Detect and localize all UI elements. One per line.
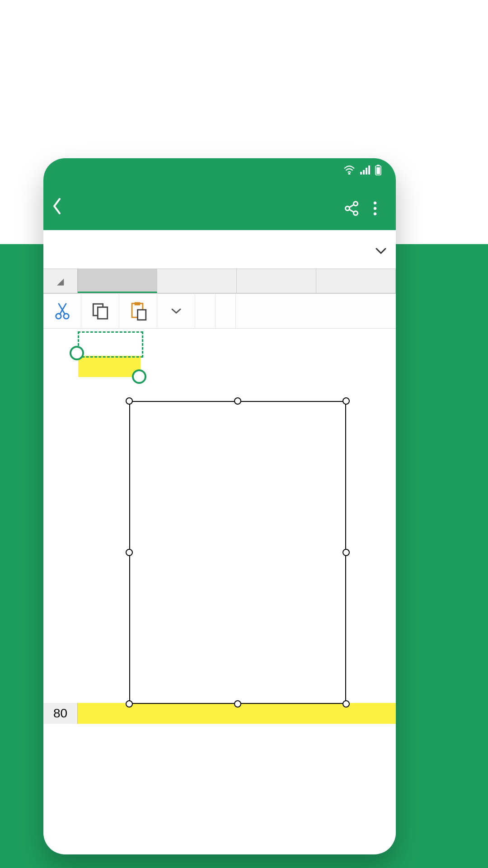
status-icons: [343, 165, 381, 175]
svg-point-14: [374, 207, 376, 209]
back-button[interactable]: [52, 197, 62, 219]
chart-handle[interactable]: [343, 549, 350, 556]
signal-icon: [360, 165, 371, 175]
svg-rect-3: [366, 168, 367, 175]
chart-handle[interactable]: [234, 700, 241, 708]
formula-expand[interactable]: [375, 241, 387, 258]
svg-point-10: [354, 211, 358, 215]
svg-rect-2: [363, 170, 365, 175]
more-actions-button[interactable]: [157, 294, 195, 328]
column-header-a[interactable]: [78, 269, 157, 293]
svg-rect-7: [376, 167, 380, 174]
svg-line-18: [60, 303, 66, 314]
svg-point-13: [374, 201, 376, 204]
battery-icon: [375, 165, 381, 175]
svg-rect-24: [137, 310, 145, 320]
svg-rect-4: [368, 165, 370, 175]
column-header-d[interactable]: [316, 269, 396, 293]
column-header-b[interactable]: [157, 269, 237, 293]
select-all-corner[interactable]: ◢: [43, 269, 78, 293]
svg-line-12: [349, 209, 354, 212]
svg-point-0: [349, 173, 350, 175]
row-header[interactable]: 80: [43, 703, 78, 724]
fill-button[interactable]: [236, 294, 256, 328]
paste-button[interactable]: [119, 294, 157, 328]
column-headers: ◢: [43, 269, 396, 293]
svg-rect-23: [134, 302, 140, 305]
phone-frame: ◢: [43, 158, 396, 854]
chart-legend: [130, 539, 345, 550]
chart-handle[interactable]: [343, 397, 350, 405]
formula-bar[interactable]: [43, 230, 396, 269]
chart-handle[interactable]: [126, 397, 133, 405]
wifi-icon: [343, 165, 355, 175]
hero: [0, 0, 488, 33]
chart-handle[interactable]: [234, 397, 241, 405]
svg-line-19: [58, 303, 65, 314]
chart-handle[interactable]: [343, 700, 350, 708]
chart-handle[interactable]: [126, 549, 133, 556]
clear-button[interactable]: [216, 294, 236, 328]
column-header-c[interactable]: [237, 269, 316, 293]
context-toolbar: [43, 293, 396, 329]
copy-button[interactable]: [81, 294, 119, 328]
primary-selection: [78, 331, 143, 358]
svg-point-15: [374, 212, 376, 215]
selection-handle-br[interactable]: [132, 369, 146, 384]
svg-line-11: [349, 204, 354, 207]
cut-button[interactable]: [43, 294, 81, 328]
svg-rect-21: [98, 307, 107, 319]
highlighted-cell: [78, 356, 141, 377]
svg-rect-1: [360, 172, 362, 175]
selection-handle-tl[interactable]: [70, 346, 84, 360]
more-menu-button[interactable]: [365, 198, 385, 218]
svg-point-9: [346, 206, 350, 210]
comment-button[interactable]: [195, 294, 216, 328]
status-bar: [43, 158, 396, 182]
share-button[interactable]: [342, 198, 361, 218]
svg-rect-6: [377, 165, 380, 166]
chart-handle[interactable]: [126, 700, 133, 708]
svg-point-8: [354, 202, 358, 206]
chart-object[interactable]: [129, 401, 346, 704]
app-bar: [43, 182, 396, 230]
donut-chart: [174, 413, 301, 539]
